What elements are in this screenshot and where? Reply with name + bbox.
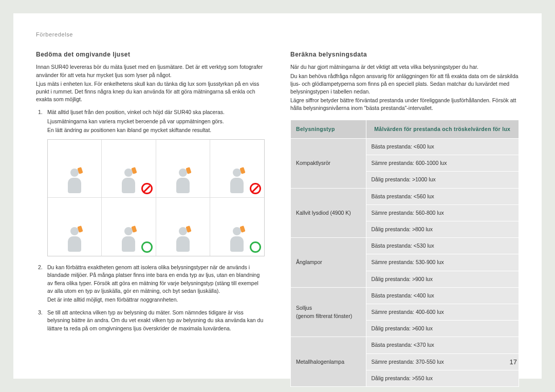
right-intro-p2: Du kan behöva rådfråga någon ansvarig fö… xyxy=(290,72,519,96)
lighting-type-cell: Kompaktlysrör xyxy=(291,138,366,188)
lighting-value-cell: Dålig prestanda: >1000 lux xyxy=(366,172,519,188)
instruction-3: Se till att anteckna vilken typ av belys… xyxy=(36,309,265,332)
instr1-l3: En lätt ändring av positionen kan ibland… xyxy=(47,126,265,134)
person-icon xyxy=(230,169,244,193)
right-intro: När du har gjort mätningarna är det vikt… xyxy=(290,63,519,112)
left-intro-p1: Innan SUR40 levereras bör du mäta ljuset… xyxy=(36,63,265,79)
lighting-value-cell: Bästa prestanda: <400 lux xyxy=(366,287,519,304)
instruction-2: Du kan förbättra exaktheten genom att is… xyxy=(36,264,265,304)
lighting-value-cell: Sämre prestanda: 530-900 lux xyxy=(366,254,519,271)
person-icon xyxy=(122,169,135,193)
table-row: Solljus(genom filtrerat fönster)Bästa pr… xyxy=(291,287,519,304)
lighting-value-cell: Sämre prestanda: 370-550 lux xyxy=(366,353,519,370)
document-page: Förberedelse Bedöma det omgivande ljuset… xyxy=(13,13,542,379)
left-heading: Bedöma det omgivande ljuset xyxy=(36,50,265,59)
lighting-value-cell: Dålig prestanda: >600 lux xyxy=(366,321,519,337)
prohibit-icon xyxy=(250,183,261,194)
right-heading: Beräkna belysningsdata xyxy=(290,50,519,59)
lighting-type-cell: Kallvit lysdiod (4900 K) xyxy=(291,188,366,238)
instr3-l1: Se till att anteckna vilken typ av belys… xyxy=(47,309,265,332)
lighting-value-cell: Sämre prestanda: 400-600 lux xyxy=(366,304,519,321)
lighting-table: Belysningstyp Målvärden för prestanda oc… xyxy=(290,120,519,387)
lighting-type-cell: Solljus(genom filtrerat fönster) xyxy=(291,287,366,337)
page-number: 17 xyxy=(510,358,517,367)
person-icon xyxy=(230,227,244,252)
illus-pane-6 xyxy=(102,198,156,256)
lighting-value-cell: Bästa prestanda: <370 lux xyxy=(366,337,519,353)
lighting-value-cell: Bästa prestanda: <600 lux xyxy=(366,138,519,155)
illus-pane-5 xyxy=(48,198,102,256)
left-intro: Innan SUR40 levereras bör du mäta ljuset… xyxy=(36,63,265,103)
left-intro-p2: Ljus mäts i enheten lux. För enkelhetens… xyxy=(36,80,265,104)
lighting-value-cell: Dålig prestanda: >900 lux xyxy=(366,271,519,287)
table-row: MetallhalogenlampaBästa prestanda: <370 … xyxy=(291,337,519,353)
table-row: Kallvit lysdiod (4900 K)Bästa prestanda:… xyxy=(291,188,519,204)
lighting-value-cell: Dålig prestanda: >550 lux xyxy=(366,370,519,386)
table-row: KompaktlysrörBästa prestanda: <600 lux xyxy=(291,138,519,155)
person-icon xyxy=(122,227,135,252)
right-column: Beräkna belysningsdata När du har gjort … xyxy=(290,50,519,387)
illus-pane-7 xyxy=(156,198,210,256)
person-icon xyxy=(176,169,190,193)
illus-pane-8 xyxy=(210,198,264,256)
measurement-illustration xyxy=(47,139,265,256)
lighting-value-cell: Sämre prestanda: 600-1000 lux xyxy=(366,155,519,172)
instruction-list: Mät alltid ljuset från den position, vin… xyxy=(36,108,265,332)
table-header-type: Belysningstyp xyxy=(291,120,366,138)
phone-icon xyxy=(132,226,137,233)
lighting-value-cell: Sämre prestanda: 560-800 lux xyxy=(366,204,519,221)
illus-pane-1 xyxy=(48,140,102,198)
person-icon xyxy=(176,227,190,252)
ok-icon xyxy=(141,241,153,253)
person-icon xyxy=(68,227,81,252)
person-icon xyxy=(68,169,81,193)
lighting-type-cell: Metallhalogenlampa xyxy=(291,337,366,387)
table-row: ÅnglamporBästa prestanda: <530 lux xyxy=(291,238,519,254)
illus-pane-4 xyxy=(210,140,264,198)
illus-pane-2 xyxy=(102,140,156,198)
instr1-l2: Ljusmätningarna kan variera mycket beroe… xyxy=(47,118,265,125)
lighting-value-cell: Bästa prestanda: <530 lux xyxy=(366,238,519,254)
left-column: Bedöma det omgivande ljuset Innan SUR40 … xyxy=(36,50,265,387)
phone-icon xyxy=(240,167,246,174)
instr2-l1: Du kan förbättra exaktheten genom att is… xyxy=(47,264,265,295)
prohibit-icon xyxy=(141,183,153,194)
illus-pane-3 xyxy=(156,140,210,198)
lighting-value-cell: Dålig prestanda: >800 lux xyxy=(366,221,519,237)
lighting-type-cell: Ånglampor xyxy=(291,238,366,288)
phone-icon xyxy=(132,167,137,174)
lighting-value-cell: Bästa prestanda: <560 lux xyxy=(366,188,519,204)
section-label: Förberedelse xyxy=(36,31,519,39)
right-intro-p1: När du har gjort mätningarna är det vikt… xyxy=(290,63,519,71)
ok-icon xyxy=(250,241,261,253)
instr1-l1: Mät alltid ljuset från den position, vin… xyxy=(47,108,265,116)
table-header-values: Målvärden för prestanda och tröskelvärde… xyxy=(366,120,519,138)
instruction-1: Mät alltid ljuset från den position, vin… xyxy=(36,108,265,256)
right-intro-p3: Lägre siffror betyder bättre förväntad p… xyxy=(290,97,519,112)
instr2-l2: Det är inte alltid möjligt, men förbättr… xyxy=(47,296,265,304)
phone-icon xyxy=(240,226,246,233)
two-column-layout: Bedöma det omgivande ljuset Innan SUR40 … xyxy=(36,50,519,387)
